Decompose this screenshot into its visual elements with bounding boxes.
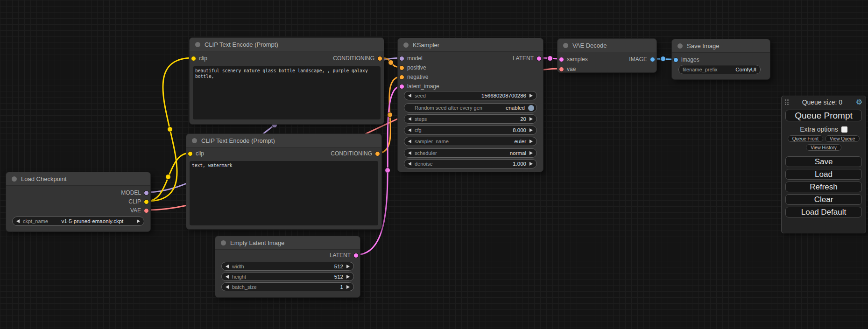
node-title-bar[interactable]: CLIP Text Encode (Prompt) xyxy=(186,134,381,147)
prompt-textarea[interactable]: beautiful scenery nature glass bottle la… xyxy=(193,66,381,119)
clip-input-dot[interactable] xyxy=(188,151,193,156)
link-midpoint-dot[interactable] xyxy=(548,56,553,61)
clear-button[interactable]: Clear xyxy=(785,194,862,205)
collapse-dot-icon[interactable] xyxy=(221,240,226,245)
collapse-dot-icon[interactable] xyxy=(403,42,409,48)
increment-arrow-icon[interactable] xyxy=(529,94,533,98)
settings-gear-icon[interactable]: ⚙ xyxy=(856,98,862,106)
model-output-dot[interactable] xyxy=(144,190,149,196)
output-slot-latent: LATENT xyxy=(513,54,542,63)
node-clip-text-encode-positive[interactable]: CLIP Text Encode (Prompt) clip CONDITION… xyxy=(189,37,384,125)
input-slot-clip: clip xyxy=(191,54,207,63)
decrement-arrow-icon[interactable] xyxy=(408,140,411,143)
denoise-widget[interactable]: denoise 1.000 xyxy=(404,159,537,168)
model-input-dot[interactable] xyxy=(399,56,404,61)
increment-arrow-icon[interactable] xyxy=(346,265,350,268)
link-midpoint-dot[interactable] xyxy=(388,60,394,65)
filename-prefix-widget[interactable]: filename_prefix ComfyUI xyxy=(678,65,761,74)
queue-front-button[interactable]: Queue Front xyxy=(788,135,823,142)
output-slot-clip: CLIP xyxy=(128,197,149,206)
decrement-arrow-icon[interactable] xyxy=(226,275,229,279)
height-widget[interactable]: height 512 xyxy=(221,272,354,281)
node-title-bar[interactable]: KSampler xyxy=(398,38,543,52)
refresh-button[interactable]: Refresh xyxy=(785,182,862,192)
collapse-dot-icon[interactable] xyxy=(12,176,17,182)
sampler-name-widget[interactable]: sampler_name euler xyxy=(404,137,537,146)
negative-input-dot[interactable] xyxy=(399,75,404,80)
image-output-dot[interactable] xyxy=(650,57,655,62)
increment-arrow-icon[interactable] xyxy=(529,162,533,166)
decrement-arrow-icon[interactable] xyxy=(226,265,229,268)
load-default-button[interactable]: Load Default xyxy=(785,207,862,217)
node-save-image[interactable]: Save Image images filename_prefix ComfyU… xyxy=(671,39,770,80)
link-midpoint-dot[interactable] xyxy=(661,56,666,62)
extra-options-label: Extra options xyxy=(800,126,838,133)
queue-prompt-button[interactable]: Queue Prompt xyxy=(785,110,862,121)
node-title-bar[interactable]: Load Checkpoint xyxy=(6,172,150,186)
images-input-dot[interactable] xyxy=(673,57,678,63)
increment-arrow-icon[interactable] xyxy=(346,285,350,289)
node-title-bar[interactable]: VAE Decode xyxy=(557,39,656,52)
link-midpoint-dot[interactable] xyxy=(166,175,171,180)
scheduler-widget[interactable]: scheduler normal xyxy=(404,148,537,158)
prompt-textarea[interactable]: text, watermark xyxy=(190,161,378,225)
conditioning-output-dot[interactable] xyxy=(375,151,380,156)
decrement-arrow-icon[interactable] xyxy=(408,94,411,98)
node-empty-latent-image[interactable]: Empty Latent Image LATENT width 512 heig… xyxy=(215,236,360,298)
input-slot-negative: negative xyxy=(399,73,428,81)
node-load-checkpoint[interactable]: Load Checkpoint MODEL CLIP VAE ckpt_name… xyxy=(6,172,151,232)
node-title-bar[interactable]: CLIP Text Encode (Prompt) xyxy=(190,38,384,51)
latent-output-dot[interactable] xyxy=(353,253,359,258)
batch-size-widget[interactable]: batch_size 1 xyxy=(221,282,354,291)
input-slot-clip: clip xyxy=(188,149,204,158)
increment-arrow-icon[interactable] xyxy=(529,128,533,132)
samples-input-dot[interactable] xyxy=(559,57,564,62)
view-history-button[interactable]: View History xyxy=(806,144,841,151)
node-clip-text-encode-negative[interactable]: CLIP Text Encode (Prompt) clip CONDITION… xyxy=(186,133,382,230)
decrement-arrow-icon[interactable] xyxy=(16,219,20,223)
latent-output-dot[interactable] xyxy=(536,56,542,61)
drag-handle-icon[interactable] xyxy=(785,99,789,105)
collapse-dot-icon[interactable] xyxy=(192,138,197,143)
collapse-dot-icon[interactable] xyxy=(677,43,683,49)
load-button[interactable]: Load xyxy=(785,169,862,180)
steps-widget[interactable]: steps 20 xyxy=(404,114,537,124)
decrement-arrow-icon[interactable] xyxy=(408,117,411,121)
clip-output-dot[interactable] xyxy=(144,199,149,204)
vae-output-dot[interactable] xyxy=(144,208,149,213)
view-queue-button[interactable]: View Queue xyxy=(825,135,860,142)
vae-input-dot[interactable] xyxy=(559,67,564,72)
increment-arrow-icon[interactable] xyxy=(529,117,533,121)
latent-image-input-dot[interactable] xyxy=(399,84,404,89)
link-midpoint-dot[interactable] xyxy=(385,168,390,173)
width-widget[interactable]: width 512 xyxy=(221,262,354,271)
decrement-arrow-icon[interactable] xyxy=(408,151,411,155)
node-vae-decode[interactable]: VAE Decode samples IMAGE vae xyxy=(557,38,657,73)
collapse-dot-icon[interactable] xyxy=(563,43,568,48)
link-midpoint-dot[interactable] xyxy=(388,112,393,118)
save-button[interactable]: Save xyxy=(785,156,862,167)
increment-arrow-icon[interactable] xyxy=(529,151,533,155)
toggle-knob[interactable] xyxy=(528,105,534,111)
cfg-widget[interactable]: cfg 8.000 xyxy=(404,126,537,135)
node-title: CLIP Text Encode (Prompt) xyxy=(205,41,278,48)
decrement-arrow-icon[interactable] xyxy=(226,285,229,289)
random-seed-toggle-widget[interactable]: Random seed after every gen enabled xyxy=(404,103,537,112)
positive-input-dot[interactable] xyxy=(399,65,404,70)
conditioning-output-dot[interactable] xyxy=(377,56,382,61)
seed-widget[interactable]: seed 156680208700286 xyxy=(404,91,537,100)
node-ksampler[interactable]: KSampler model LATENT positive negative … xyxy=(397,38,543,172)
node-title-bar[interactable]: Empty Latent Image xyxy=(215,236,360,250)
queue-panel: Queue size: 0 ⚙ Queue Prompt Extra optio… xyxy=(781,96,866,233)
increment-arrow-icon[interactable] xyxy=(346,275,350,279)
decrement-arrow-icon[interactable] xyxy=(408,128,411,132)
ckpt-name-widget[interactable]: ckpt_name v1-5-pruned-emaonly.ckpt xyxy=(12,217,144,226)
increment-arrow-icon[interactable] xyxy=(529,140,533,143)
node-title-bar[interactable]: Save Image xyxy=(672,39,770,53)
decrement-arrow-icon[interactable] xyxy=(408,162,411,166)
clip-input-dot[interactable] xyxy=(191,56,196,61)
link-midpoint-dot[interactable] xyxy=(168,127,173,132)
increment-arrow-icon[interactable] xyxy=(137,219,140,223)
collapse-dot-icon[interactable] xyxy=(195,42,200,47)
extra-options-checkbox[interactable] xyxy=(841,126,847,133)
